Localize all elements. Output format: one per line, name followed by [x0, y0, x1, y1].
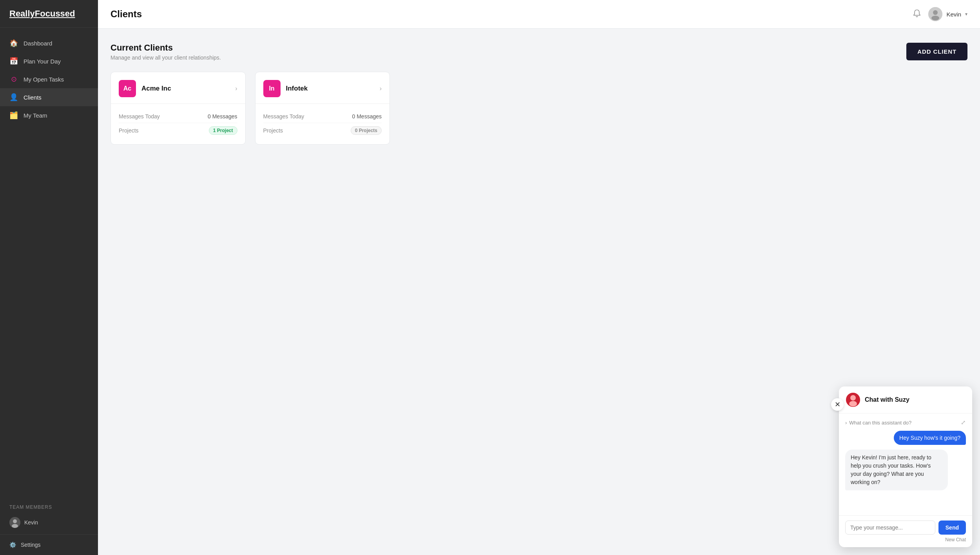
sidebar-item-label-plan: Plan Your Day: [24, 58, 61, 65]
sidebar-item-label-team: My Team: [24, 112, 47, 119]
notification-icon[interactable]: [913, 9, 921, 20]
sidebar-nav: 🏠 Dashboard 📅 Plan Your Day ⊙ My Open Ta…: [0, 28, 98, 500]
svg-point-5: [931, 16, 939, 20]
chat-panel: Chat with Suzy › What can this assistant…: [839, 386, 972, 547]
client-card-left-acme: Ac Acme Inc: [119, 80, 171, 97]
sidebar-footer: ⚙️ Settings: [0, 534, 98, 555]
user-profile[interactable]: Kevin ▾: [928, 7, 967, 21]
client-card-header-acme[interactable]: Ac Acme Inc ›: [111, 72, 245, 104]
client-name-acme: Acme Inc: [141, 85, 171, 92]
chat-input-row: Send: [845, 521, 966, 535]
projects-badge-acme: 1 Project: [209, 126, 237, 135]
page-header: Clients Kevin ▾: [98, 0, 980, 29]
team-icon: 🗂️: [9, 111, 18, 120]
client-card-header-infotek[interactable]: In Infotek ›: [255, 72, 390, 104]
settings-icon: ⚙️: [9, 542, 16, 548]
client-card-left-infotek: In Infotek: [263, 80, 308, 97]
client-card-body-infotek: Messages Today 0 Messages Projects 0 Pro…: [255, 104, 390, 144]
client-stat-projects-acme: Projects 1 Project: [119, 123, 237, 138]
expand-icon[interactable]: ⤢: [961, 419, 966, 426]
sidebar-item-plan-your-day[interactable]: 📅 Plan Your Day: [0, 52, 98, 70]
client-card-body-acme: Messages Today 0 Messages Projects 1 Pro…: [111, 104, 245, 144]
sidebar: ReallyFocussed 🏠 Dashboard 📅 Plan Your D…: [0, 0, 98, 555]
chat-bubble-bot: Hey Kevin! I'm just here, ready to help …: [845, 450, 948, 490]
chat-new-chat-button[interactable]: New Chat: [845, 537, 966, 542]
client-initials-infotek: In: [263, 80, 281, 97]
tasks-icon: ⊙: [9, 75, 18, 83]
chat-close-button[interactable]: ✕: [831, 398, 844, 411]
client-stat-messages-infotek: Messages Today 0 Messages: [263, 110, 382, 123]
client-name-infotek: Infotek: [286, 85, 308, 92]
chat-input[interactable]: [845, 521, 935, 535]
section-title: Current Clients: [110, 43, 221, 53]
header-right: Kevin ▾: [913, 7, 967, 21]
chat-send-button[interactable]: Send: [938, 521, 966, 535]
chat-footer: Send New Chat: [839, 515, 972, 547]
messages-label-acme: Messages Today: [119, 113, 160, 120]
messages-value-infotek: 0 Messages: [352, 113, 382, 120]
svg-point-4: [933, 10, 938, 15]
chat-assistant-hint-text: What can this assistant do?: [849, 420, 911, 426]
chat-header: Chat with Suzy: [839, 386, 972, 414]
sidebar-item-label-clients: Clients: [24, 94, 42, 101]
team-section-label: Team Members: [9, 504, 89, 510]
user-avatar: [928, 7, 942, 21]
svg-point-2: [12, 524, 18, 528]
logo-text-focussed: Focussed: [35, 9, 75, 18]
settings-item[interactable]: ⚙️ Settings: [9, 542, 89, 548]
client-stat-projects-infotek: Projects 0 Projects: [263, 123, 382, 138]
app-logo: ReallyFocussed: [0, 0, 98, 28]
svg-point-7: [850, 395, 856, 401]
projects-label-acme: Projects: [119, 127, 139, 134]
svg-point-8: [849, 401, 857, 406]
messages-value-acme: 0 Messages: [208, 113, 237, 120]
client-card-acme: Ac Acme Inc › Messages Today 0 Messages …: [110, 72, 246, 145]
client-initials-acme: Ac: [119, 80, 136, 97]
settings-label: Settings: [21, 542, 41, 548]
team-member-name: Kevin: [24, 519, 38, 526]
chevron-right-icon: ›: [845, 420, 847, 426]
sidebar-item-label-tasks: My Open Tasks: [24, 76, 64, 83]
projects-label-infotek: Projects: [263, 127, 283, 134]
content-header-left: Current Clients Manage and view all your…: [110, 43, 221, 61]
add-client-button[interactable]: ADD CLIENT: [906, 43, 967, 60]
client-stat-messages-acme: Messages Today 0 Messages: [119, 110, 237, 123]
user-silhouette-icon: [9, 517, 20, 528]
team-members-section: Team Members Kevin: [0, 500, 98, 534]
content-header: Current Clients Manage and view all your…: [110, 43, 967, 61]
chat-body: › What can this assistant do? ⤢ Hey Suzy…: [839, 414, 972, 515]
page-title: Clients: [110, 9, 142, 20]
client-card-infotek: In Infotek › Messages Today 0 Messages P…: [255, 72, 390, 145]
chat-title: Chat with Suzy: [865, 396, 909, 403]
dashboard-icon: 🏠: [9, 39, 18, 47]
projects-badge-infotek: 0 Projects: [351, 126, 382, 135]
messages-label-infotek: Messages Today: [263, 113, 304, 120]
chevron-down-icon: ▾: [965, 11, 967, 17]
chat-avatar: [846, 393, 860, 407]
clients-grid: Ac Acme Inc › Messages Today 0 Messages …: [110, 72, 967, 145]
chat-bubble-user: Hey Suzy how's it going?: [894, 431, 966, 445]
sidebar-item-clients[interactable]: 👤 Clients: [0, 88, 98, 106]
chat-assistant-hint[interactable]: › What can this assistant do? ⤢: [845, 419, 966, 426]
sidebar-item-label-dashboard: Dashboard: [24, 40, 52, 47]
client-chevron-infotek[interactable]: ›: [380, 85, 382, 92]
client-chevron-acme[interactable]: ›: [235, 85, 237, 92]
avatar-kevin: [9, 517, 20, 528]
sidebar-item-my-open-tasks[interactable]: ⊙ My Open Tasks: [0, 70, 98, 88]
section-desc: Manage and view all your client relation…: [110, 54, 221, 61]
team-member-kevin[interactable]: Kevin: [9, 514, 89, 531]
calendar-icon: 📅: [9, 57, 18, 65]
sidebar-item-dashboard[interactable]: 🏠 Dashboard: [0, 34, 98, 52]
logo-text-really: Really: [9, 9, 35, 18]
clients-icon: 👤: [9, 93, 18, 102]
user-name-label: Kevin: [946, 11, 961, 18]
sidebar-item-my-team[interactable]: 🗂️ My Team: [0, 106, 98, 124]
svg-point-1: [13, 519, 17, 523]
